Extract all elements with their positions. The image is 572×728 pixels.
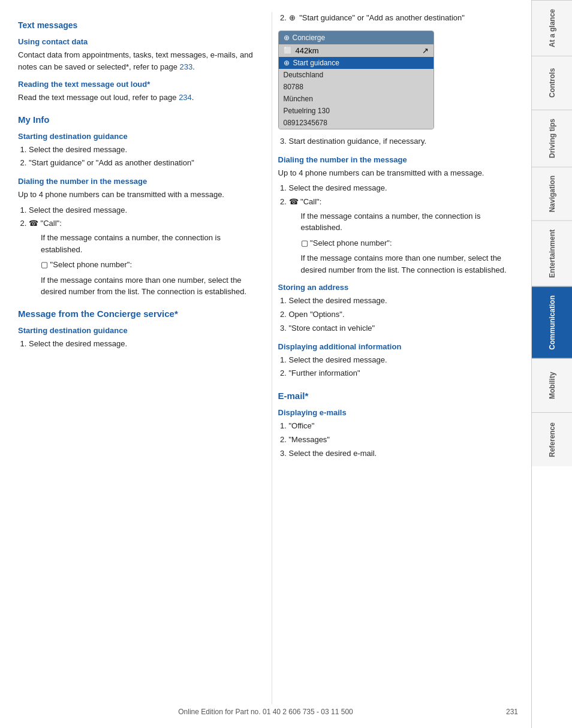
- concierge-row-start-guidance: ⊕ Start guidance: [279, 57, 433, 69]
- indent-item: If the message contains a number, the co…: [301, 210, 514, 234]
- page-footer: Online Edition for Part no. 01 40 2 606 …: [0, 708, 531, 716]
- page-wrapper: Text messages Using contact data Contact…: [0, 0, 572, 728]
- my-info-title: My Info: [18, 114, 254, 125]
- concierge-row-80788: 80788: [279, 81, 433, 93]
- concierge-starting-dest-title: Starting destination guidance: [18, 326, 254, 335]
- storing-address-steps: Select the desired message. Open "Option…: [278, 295, 514, 334]
- starting-dest-left-steps: Select the desired message. "Start guida…: [18, 144, 254, 170]
- dialing-number-right-title: Dialing the number in the message: [278, 155, 514, 164]
- concierge-small-icon: ⬜: [284, 47, 292, 55]
- concierge-row-label: Petuelring 130: [284, 107, 330, 115]
- list-item: Select the desired message.: [289, 295, 514, 307]
- tab-controls[interactable]: Controls: [532, 56, 572, 110]
- list-item: Open "Options".: [289, 309, 514, 321]
- concierge-row-label: 08912345678: [284, 119, 327, 127]
- email-section-title: E-mail*: [278, 391, 514, 401]
- sidebar-tabs: At a glance Controls Driving tips Naviga…: [531, 0, 572, 728]
- list-item: ☎ "Call": If the message contains a numb…: [289, 196, 514, 276]
- list-item: Select the desired message.: [29, 204, 254, 217]
- using-contact-data-body: Contact data from appointments, tasks, t…: [18, 49, 254, 73]
- concierge-row-phone: 08912345678: [279, 117, 433, 129]
- reading-text-message-title: Reading the text message out loud*: [18, 80, 254, 89]
- concierge-row-munchen: München: [279, 93, 433, 105]
- list-item: Select the desired message.: [289, 354, 514, 367]
- concierge-header-icon: ⊕: [284, 34, 290, 42]
- concierge-row-label: Deutschland: [284, 71, 324, 79]
- nav-icon: ⊕: [284, 59, 290, 67]
- list-item: Select the desired message.: [289, 182, 514, 195]
- tab-driving-tips[interactable]: Driving tips: [532, 110, 572, 167]
- tab-reference[interactable]: Reference: [532, 412, 572, 466]
- tab-communication[interactable]: Communication: [532, 286, 572, 358]
- dialing-number-right-intro: Up to 4 phone numbers can be transmitted…: [278, 167, 514, 179]
- concierge-row-petuelring: Petuelring 130: [279, 105, 433, 117]
- right-column: ⊕ "Start guidance" or "Add as another de…: [272, 12, 514, 704]
- footer-text: Online Edition for Part no. 01 40 2 606 …: [178, 708, 353, 716]
- concierge-body: ⬜ 442km ↗ ⊕ Start guidance Deutschland 8…: [279, 44, 433, 129]
- reading-text-message-body: Read the text message out loud, refer to…: [18, 92, 254, 104]
- indent-block: If the message contains a number, the co…: [29, 232, 254, 298]
- list-item: "Further information": [289, 367, 514, 380]
- page-ref-234[interactable]: 234: [179, 93, 192, 102]
- displaying-emails-title: Displaying e-mails: [278, 408, 514, 417]
- concierge-km-row: ⬜ 442km ↗: [279, 44, 433, 57]
- list-item: "Messages": [289, 434, 514, 446]
- right-col-step3: Start destination guidance, if necessary…: [278, 135, 514, 148]
- left-column: Text messages Using contact data Contact…: [18, 12, 260, 704]
- displaying-emails-steps: "Office" "Messages" Select the desired e…: [278, 420, 514, 460]
- main-content: Text messages Using contact data Contact…: [0, 0, 531, 728]
- starting-dest-left-title: Starting destination guidance: [18, 132, 254, 141]
- displaying-additional-title: Displaying additional information: [278, 342, 514, 351]
- concierge-row-label: 80788: [284, 83, 303, 91]
- list-item: "Store contact in vehicle": [289, 322, 514, 335]
- tab-navigation[interactable]: Navigation: [532, 167, 572, 220]
- concierge-row-label: Start guidance: [293, 59, 339, 67]
- tab-at-a-glance[interactable]: At a glance: [532, 0, 572, 56]
- list-item: Start destination guidance, if necessary…: [289, 135, 514, 148]
- indent-item: If the message contains a number, the co…: [41, 232, 254, 255]
- indent-item: If the message contains more than one nu…: [41, 274, 254, 298]
- indent-block: If the message contains a number, the co…: [289, 210, 514, 276]
- storing-address-title: Storing an address: [278, 283, 514, 292]
- tab-mobility[interactable]: Mobility: [532, 358, 572, 412]
- list-item: "Start guidance" or "Add as another dest…: [29, 157, 254, 170]
- indent-item: ▢ "Select phone number":: [301, 237, 514, 249]
- text-messages-title: Text messages: [18, 20, 254, 30]
- list-item: ⊕ "Start guidance" or "Add as another de…: [289, 12, 514, 25]
- concierge-header-label: Concierge: [293, 34, 326, 42]
- displaying-additional-steps: Select the desired message. "Further inf…: [278, 354, 514, 380]
- list-item: Select the desired message.: [29, 144, 254, 156]
- tab-entertainment[interactable]: Entertainment: [532, 220, 572, 286]
- arrow-indicator: ↗: [422, 46, 429, 55]
- list-item: "Office": [289, 420, 514, 433]
- list-item: Select the desired message.: [29, 338, 254, 351]
- right-col-step2: ⊕ "Start guidance" or "Add as another de…: [278, 12, 514, 25]
- concierge-row-deutschland: Deutschland: [279, 69, 433, 81]
- dialing-number-left-title: Dialing the number in the message: [18, 177, 254, 186]
- concierge-row-label: München: [284, 95, 313, 103]
- page-ref-233[interactable]: 233: [180, 62, 193, 71]
- indent-item: If the message contains more than one nu…: [301, 252, 514, 276]
- concierge-section-title: Message from the Concierge service*: [18, 309, 254, 319]
- dialing-steps-right: Select the desired message. ☎ "Call": If…: [278, 182, 514, 276]
- concierge-km: 442km: [296, 46, 319, 55]
- indent-item: ▢ "Select phone number":: [41, 259, 254, 271]
- concierge-starting-steps: Select the desired message.: [18, 338, 254, 351]
- concierge-header: ⊕ Concierge: [279, 31, 433, 44]
- step2-icon: ⊕: [289, 13, 296, 22]
- list-item: Select the desired e-mail.: [289, 448, 514, 460]
- page-number: 231: [506, 708, 518, 716]
- concierge-ui-mockup: ⊕ Concierge ⬜ 442km ↗ ⊕ Start guidance D…: [278, 31, 434, 129]
- dialing-steps-left: Select the desired message. ☎ "Call": If…: [18, 204, 254, 298]
- list-item: ☎ "Call": If the message contains a numb…: [29, 218, 254, 297]
- using-contact-data-title: Using contact data: [18, 37, 254, 46]
- dialing-number-left-intro: Up to 4 phone numbers can be transmitted…: [18, 189, 254, 201]
